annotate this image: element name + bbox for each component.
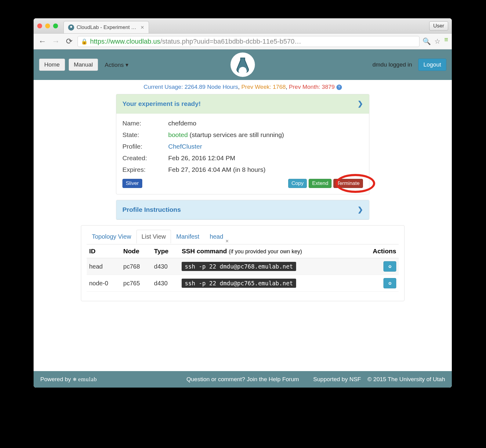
expires-label: Expires: [122, 166, 168, 173]
home-button[interactable]: Home [39, 59, 65, 71]
state-value: booted (startup services are still runni… [168, 131, 363, 139]
instructions-panel-header[interactable]: Profile Instructions ❯ [116, 200, 369, 219]
cell-node: pc768 [121, 258, 152, 275]
help-icon[interactable]: ? [336, 85, 342, 90]
cell-type: d430 [152, 275, 180, 292]
sliver-button[interactable]: Sliver [122, 179, 142, 188]
name-value: chefdemo [168, 120, 363, 127]
status-panel-header[interactable]: Your experiment is ready! ❯ [116, 94, 369, 114]
tab-title: CloudLab - Experiment Sta [77, 24, 138, 31]
logout-button[interactable]: Logout [418, 59, 446, 71]
tab-manifest[interactable]: Manifest [171, 230, 205, 244]
close-tab-head-icon[interactable]: ✕ [225, 239, 229, 244]
profile-instructions-panel: Profile Instructions ❯ [116, 200, 369, 220]
emulab-label: emulab [78, 376, 97, 382]
browser-tabstrip: CloudLab - Experiment Sta ✕ User [34, 18, 452, 34]
usage-prevweek: 1768 [273, 84, 286, 90]
browser-window: CloudLab - Experiment Sta ✕ User ← → ⟳ 🔒… [34, 18, 452, 388]
snowflake-icon: ❄ [73, 377, 77, 382]
chrome-user-button[interactable]: User [429, 21, 448, 31]
flask-icon [235, 56, 250, 73]
gear-icon: ✿ [388, 264, 392, 269]
created-label: Created: [122, 154, 168, 162]
url-host: ://www.cloudlab.us [105, 38, 160, 45]
reload-button[interactable]: ⟳ [64, 37, 74, 46]
terminate-button[interactable]: Terminate [333, 179, 363, 188]
ssh-command[interactable]: ssh -p 22 dmdu@pc765.emulab.net [182, 279, 296, 288]
site-footer: Powered by ❄ emulab Question or comment?… [34, 371, 452, 388]
th-ssh-note: (if you provided your own key) [229, 248, 302, 255]
th-id: ID [87, 244, 121, 258]
manual-button[interactable]: Manual [69, 59, 98, 71]
chevron-right-icon: ❯ [357, 100, 363, 108]
th-ssh-label: SSH command [182, 247, 227, 255]
name-label: Name: [122, 120, 168, 127]
address-bar[interactable]: 🔒 https ://www.cloudlab.us /status.php?u… [78, 36, 419, 47]
actions-dropdown[interactable]: Actions ▾ [102, 59, 132, 71]
footer-copyright: © 2015 The University of Utah [368, 376, 445, 382]
tab-head-label: head [210, 233, 223, 240]
footer-nsf[interactable]: Supported by NSF [313, 376, 361, 382]
bookmark-star-icon[interactable]: ☆ [434, 38, 441, 45]
minimize-window-icon[interactable] [45, 23, 50, 28]
table-row: head pc768 d430 ssh -p 22 dmdu@pc768.emu… [87, 258, 399, 275]
forward-button[interactable]: → [51, 37, 61, 46]
state-label: State: [122, 131, 168, 139]
instructions-title: Profile Instructions [122, 206, 181, 213]
addr-right-icons: 🔍 ☆ ≡ [423, 38, 448, 45]
th-node: Node [121, 244, 152, 258]
footer-right: Supported by NSF © 2015 The University o… [313, 376, 445, 383]
chevron-down-icon: ▾ [125, 62, 129, 68]
tab-head[interactable]: head [205, 230, 229, 244]
tab-topology[interactable]: Topology View [87, 230, 136, 244]
favicon [68, 24, 74, 31]
status-panel-title: Your experiment is ready! [122, 100, 201, 107]
cell-id: node-0 [87, 275, 121, 292]
gear-icon: ✿ [388, 281, 392, 286]
profile-label: Profile: [122, 143, 168, 150]
powered-by-label: Powered by [40, 376, 73, 382]
extend-button[interactable]: Extend [309, 179, 332, 188]
page-content: Home Manual Actions ▾ dmdu logged in Log… [34, 49, 452, 388]
search-in-page-icon[interactable]: 🔍 [423, 38, 431, 45]
tab-listview[interactable]: List View [136, 230, 171, 244]
usage-prevweek-label: Prev Week: [241, 84, 273, 90]
row-actions-button[interactable]: ✿ [383, 278, 396, 288]
actions-label: Actions [105, 62, 124, 68]
usage-current-label: Current Usage: [143, 84, 184, 90]
url-path: /status.php?uuid=ba61bdbb-dcbb-11e5-b570… [160, 38, 301, 45]
ssh-command[interactable]: ssh -p 22 dmdu@pc768.emulab.net [182, 262, 296, 271]
window-controls [37, 23, 58, 28]
site-topbar: Home Manual Actions ▾ dmdu logged in Log… [34, 49, 452, 80]
expires-value: Feb 27, 2016 4:04 AM (in 8 hours) [168, 166, 363, 173]
copy-button[interactable]: Copy [288, 179, 307, 188]
maximize-window-icon[interactable] [53, 23, 58, 28]
footer-help-link[interactable]: Question or comment? Join the Help Forum [187, 376, 299, 383]
th-type: Type [152, 244, 180, 258]
back-button[interactable]: ← [37, 37, 48, 46]
profile-link[interactable]: ChefCluster [168, 143, 202, 150]
usage-prevmonth: 3879 [322, 84, 335, 90]
cell-node: pc765 [121, 275, 152, 292]
logged-in-text: dmdu logged in [372, 61, 412, 68]
usage-prevmonth-label: Prev Month: [289, 84, 322, 90]
lock-icon: 🔒 [81, 38, 88, 45]
resources-panel: Topology View List View Manifest head ✕ … [81, 225, 404, 301]
state-note: (startup services are still running) [190, 131, 284, 138]
th-actions: Actions [358, 244, 399, 258]
footer-powered: Powered by ❄ emulab [40, 376, 97, 383]
cell-type: d430 [152, 258, 180, 275]
state-booted: booted [168, 131, 188, 138]
close-window-icon[interactable] [37, 23, 42, 28]
site-logo[interactable] [230, 52, 255, 77]
created-value: Feb 26, 2016 12:04 PM [168, 154, 363, 162]
row-actions-button[interactable]: ✿ [383, 261, 396, 272]
close-tab-icon[interactable]: ✕ [140, 25, 144, 30]
resource-tabs: Topology View List View Manifest head ✕ [87, 230, 399, 244]
browser-tab[interactable]: CloudLab - Experiment Sta ✕ [63, 21, 149, 33]
browser-toolbar: ← → ⟳ 🔒 https ://www.cloudlab.us /status… [34, 34, 452, 49]
table-row: node-0 pc765 d430 ssh -p 22 dmdu@pc765.e… [87, 275, 399, 292]
th-ssh: SSH command (if you provided your own ke… [179, 244, 358, 258]
chrome-menu-icon[interactable]: ≡ [444, 38, 448, 45]
cell-id: head [87, 258, 121, 275]
